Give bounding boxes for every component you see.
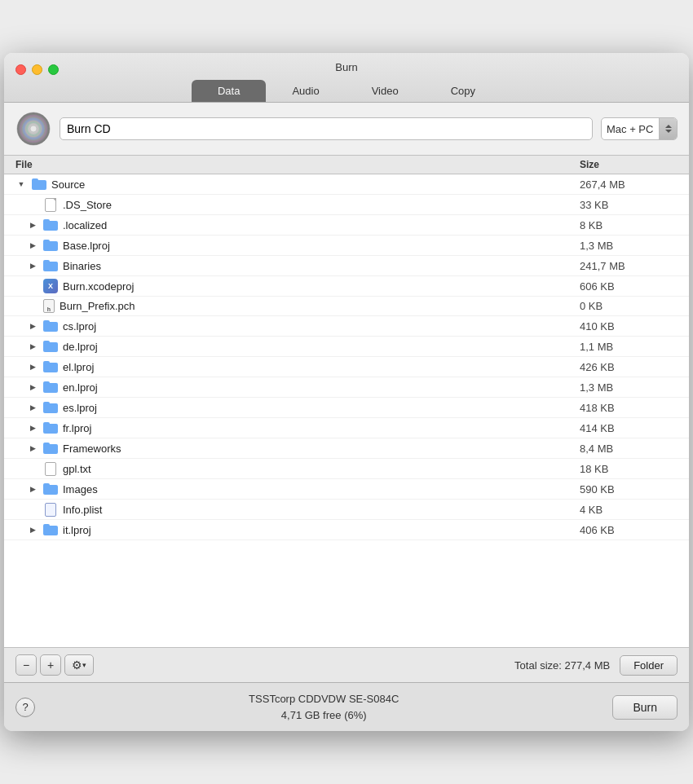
list-item[interactable]: X Burn.xcodeproj 606 KB xyxy=(4,276,689,297)
tab-copy[interactable]: Copy xyxy=(425,80,501,102)
plist-icon xyxy=(43,502,58,517)
burn-button[interactable]: Burn xyxy=(612,695,678,720)
expand-arrow[interactable] xyxy=(27,361,38,372)
file-size: 1,3 MB xyxy=(580,381,678,394)
drive-info: TSSTcorp CDDVDW SE-S084C 4,71 GB free (6… xyxy=(35,691,612,723)
chevron-down-icon xyxy=(665,130,672,133)
title-bar: Burn Data Audio Video Copy xyxy=(4,53,689,103)
file-name: el.lproj xyxy=(63,361,94,373)
file-size: 606 KB xyxy=(580,280,678,293)
close-button[interactable] xyxy=(15,64,26,75)
folder-icon xyxy=(43,482,58,496)
list-item[interactable]: en.lproj 1,3 MB xyxy=(4,377,689,398)
drive-name: TSSTcorp CDDVDW SE-S084C xyxy=(35,691,612,707)
list-item[interactable]: gpl.txt 18 KB xyxy=(4,459,689,479)
list-item[interactable]: Images 590 KB xyxy=(4,479,689,500)
file-name: Source xyxy=(51,178,85,191)
list-item[interactable]: .DS_Store 33 KB xyxy=(4,195,689,215)
minimize-button[interactable] xyxy=(32,64,42,75)
file-icon xyxy=(43,197,58,212)
format-select[interactable]: Mac + PC Mac Only PC Only xyxy=(602,123,659,135)
list-item[interactable]: h Burn_Prefix.pch 0 KB xyxy=(4,297,689,316)
col-header-size: Size xyxy=(580,159,678,170)
file-name: Binaries xyxy=(63,260,101,272)
folder-icon xyxy=(43,319,58,333)
tab-audio[interactable]: Audio xyxy=(266,80,345,102)
expand-arrow[interactable] xyxy=(27,240,38,251)
remove-button[interactable]: − xyxy=(15,654,37,676)
disc-bar: Mac + PC Mac Only PC Only xyxy=(4,103,689,156)
format-arrow[interactable] xyxy=(659,118,677,139)
list-item[interactable]: es.lproj 418 KB xyxy=(4,398,689,418)
list-item[interactable]: Frameworks 8,4 MB xyxy=(4,438,689,459)
list-item[interactable]: Source 267,4 MB xyxy=(4,174,689,195)
file-list: Source 267,4 MB .DS_Store 33 KB .loc xyxy=(4,174,689,647)
file-name: Info.plist xyxy=(63,504,102,516)
tab-data[interactable]: Data xyxy=(192,80,266,102)
folder-icon xyxy=(43,421,58,435)
folder-icon xyxy=(43,238,58,253)
list-item[interactable]: Base.lproj 1,3 MB xyxy=(4,236,689,256)
status-bar: ? TSSTcorp CDDVDW SE-S084C 4,71 GB free … xyxy=(4,682,689,731)
expand-arrow[interactable] xyxy=(27,524,38,535)
file-size: 267,4 MB xyxy=(580,178,678,191)
folder-button[interactable]: Folder xyxy=(620,655,678,676)
list-item[interactable]: it.lproj 406 KB xyxy=(4,520,689,540)
file-name: it.lproj xyxy=(63,524,91,536)
folder-icon xyxy=(43,218,58,232)
file-size: 590 KB xyxy=(580,483,678,496)
txt-icon xyxy=(43,461,58,476)
list-item[interactable]: cs.lproj 410 KB xyxy=(4,316,689,337)
expand-arrow[interactable] xyxy=(27,402,38,413)
disc-name-input[interactable] xyxy=(60,117,593,140)
maximize-button[interactable] xyxy=(48,64,59,75)
file-name: fr.lproj xyxy=(63,422,91,434)
tab-video[interactable]: Video xyxy=(346,80,425,102)
file-name: Frameworks xyxy=(63,443,121,455)
file-size: 33 KB xyxy=(580,199,678,211)
gear-button[interactable]: ⚙ ▾ xyxy=(64,654,94,676)
drive-free: 4,71 GB free (6%) xyxy=(35,707,612,724)
folder-icon xyxy=(43,522,58,537)
expand-arrow[interactable] xyxy=(27,341,38,352)
file-size: 410 KB xyxy=(580,320,678,333)
gear-icon: ⚙ xyxy=(72,658,82,672)
list-item[interactable]: de.lproj 1,1 MB xyxy=(4,337,689,357)
file-name: gpl.txt xyxy=(63,463,91,475)
expand-arrow-source[interactable] xyxy=(15,178,27,190)
file-name: Images xyxy=(63,483,98,496)
file-size: 8,4 MB xyxy=(580,443,678,455)
expand-arrow[interactable] xyxy=(27,260,38,271)
traffic-lights xyxy=(15,64,59,75)
file-name: de.lproj xyxy=(63,341,98,353)
format-selector[interactable]: Mac + PC Mac Only PC Only xyxy=(601,117,678,140)
expand-arrow[interactable] xyxy=(27,422,38,434)
list-item[interactable]: el.lproj 426 KB xyxy=(4,357,689,377)
list-item[interactable]: Binaries 241,7 MB xyxy=(4,256,689,276)
expand-arrow[interactable] xyxy=(27,443,38,454)
folder-icon xyxy=(43,441,58,456)
expand-arrow[interactable] xyxy=(27,219,38,231)
file-size: 4 KB xyxy=(580,504,678,516)
folder-icon xyxy=(32,177,46,192)
file-name: es.lproj xyxy=(63,402,97,414)
expand-arrow[interactable] xyxy=(27,320,38,332)
help-button[interactable]: ? xyxy=(15,698,35,717)
window-title: Burn xyxy=(335,61,357,73)
file-size: 0 KB xyxy=(580,300,678,312)
file-size: 414 KB xyxy=(580,422,678,434)
folder-icon xyxy=(43,359,58,374)
list-item[interactable]: fr.lproj 414 KB xyxy=(4,418,689,438)
disc-icon xyxy=(15,111,51,147)
folder-icon xyxy=(43,400,58,415)
file-name: .localized xyxy=(63,219,107,231)
file-size: 8 KB xyxy=(580,219,678,231)
list-item[interactable]: .localized 8 KB xyxy=(4,215,689,236)
file-name: Burn_Prefix.pch xyxy=(60,300,135,312)
file-list-header: File Size xyxy=(4,156,689,174)
add-button[interactable]: + xyxy=(40,654,61,676)
expand-arrow[interactable] xyxy=(27,483,38,495)
file-size: 418 KB xyxy=(580,402,678,414)
list-item[interactable]: Info.plist 4 KB xyxy=(4,500,689,520)
expand-arrow[interactable] xyxy=(27,381,38,393)
